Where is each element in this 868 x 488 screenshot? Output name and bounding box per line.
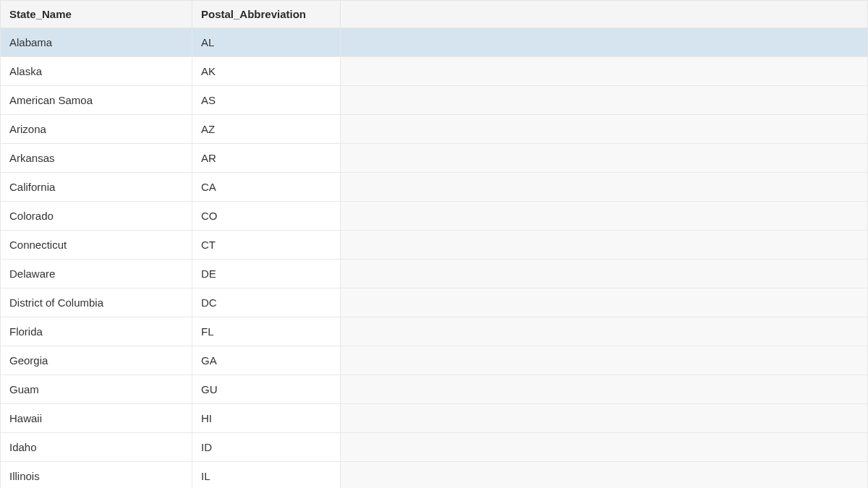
cell-state-name[interactable]: Alabama (1, 28, 192, 57)
table-row[interactable]: ArkansasAR (1, 144, 868, 173)
table-row[interactable]: American SamoaAS (1, 86, 868, 115)
table-row[interactable]: GeorgiaGA (1, 346, 868, 375)
cell-filler (341, 260, 868, 288)
table-body: AlabamaALAlaskaAKAmerican SamoaASArizona… (1, 28, 868, 489)
cell-filler (341, 202, 868, 231)
table-row[interactable]: ConnecticutCT (1, 231, 868, 260)
cell-state-name[interactable]: Illinois (1, 462, 192, 489)
cell-state-name[interactable]: District of Columbia (1, 288, 192, 317)
data-table-wrapper: State_Name Postal_Abbreviation AlabamaAL… (0, 0, 868, 488)
table-row[interactable]: IdahoID (1, 433, 868, 462)
cell-filler (341, 317, 868, 346)
cell-postal-abbreviation[interactable]: IL (192, 462, 341, 489)
cell-filler (341, 231, 868, 260)
table-row[interactable]: GuamGU (1, 375, 868, 404)
cell-filler (341, 57, 868, 86)
table-header: State_Name Postal_Abbreviation (1, 1, 868, 28)
cell-postal-abbreviation[interactable]: FL (192, 317, 341, 346)
cell-state-name[interactable]: California (1, 173, 192, 202)
cell-filler (341, 375, 868, 404)
cell-filler (341, 173, 868, 202)
table-row[interactable]: ColoradoCO (1, 202, 868, 231)
cell-postal-abbreviation[interactable]: GA (192, 346, 341, 375)
table-row[interactable]: HawaiiHI (1, 404, 868, 433)
cell-state-name[interactable]: Guam (1, 375, 192, 404)
data-table: State_Name Postal_Abbreviation AlabamaAL… (0, 0, 868, 488)
cell-postal-abbreviation[interactable]: HI (192, 404, 341, 433)
table-row[interactable]: AlaskaAK (1, 57, 868, 86)
cell-postal-abbreviation[interactable]: CT (192, 231, 341, 260)
cell-state-name[interactable]: Arkansas (1, 144, 192, 173)
cell-state-name[interactable]: Connecticut (1, 231, 192, 260)
cell-postal-abbreviation[interactable]: AS (192, 86, 341, 115)
cell-state-name[interactable]: Idaho (1, 433, 192, 462)
table-row[interactable]: CaliforniaCA (1, 173, 868, 202)
cell-state-name[interactable]: American Samoa (1, 86, 192, 115)
table-row[interactable]: District of ColumbiaDC (1, 288, 868, 317)
cell-postal-abbreviation[interactable]: AK (192, 57, 341, 86)
cell-filler (341, 28, 868, 57)
table-row[interactable]: FloridaFL (1, 317, 868, 346)
cell-filler (341, 115, 868, 144)
cell-postal-abbreviation[interactable]: AZ (192, 115, 341, 144)
cell-postal-abbreviation[interactable]: DC (192, 288, 341, 317)
cell-postal-abbreviation[interactable]: GU (192, 375, 341, 404)
column-header-filler (341, 1, 868, 28)
table-row[interactable]: IllinoisIL (1, 462, 868, 489)
cell-filler (341, 86, 868, 115)
cell-filler (341, 144, 868, 173)
column-header-state-name[interactable]: State_Name (1, 1, 192, 28)
cell-state-name[interactable]: Arizona (1, 115, 192, 144)
cell-state-name[interactable]: Alaska (1, 57, 192, 86)
table-row[interactable]: ArizonaAZ (1, 115, 868, 144)
cell-state-name[interactable]: Colorado (1, 202, 192, 231)
cell-filler (341, 288, 868, 317)
table-row[interactable]: AlabamaAL (1, 28, 868, 57)
table-row[interactable]: DelawareDE (1, 260, 868, 288)
cell-postal-abbreviation[interactable]: CO (192, 202, 341, 231)
cell-state-name[interactable]: Florida (1, 317, 192, 346)
cell-state-name[interactable]: Delaware (1, 260, 192, 288)
cell-postal-abbreviation[interactable]: CA (192, 173, 341, 202)
cell-postal-abbreviation[interactable]: DE (192, 260, 341, 288)
column-header-postal-abbreviation[interactable]: Postal_Abbreviation (192, 1, 341, 28)
cell-filler (341, 462, 868, 489)
cell-filler (341, 346, 868, 375)
cell-state-name[interactable]: Georgia (1, 346, 192, 375)
cell-postal-abbreviation[interactable]: AR (192, 144, 341, 173)
cell-postal-abbreviation[interactable]: AL (192, 28, 341, 57)
cell-postal-abbreviation[interactable]: ID (192, 433, 341, 462)
cell-filler (341, 404, 868, 433)
cell-state-name[interactable]: Hawaii (1, 404, 192, 433)
cell-filler (341, 433, 868, 462)
